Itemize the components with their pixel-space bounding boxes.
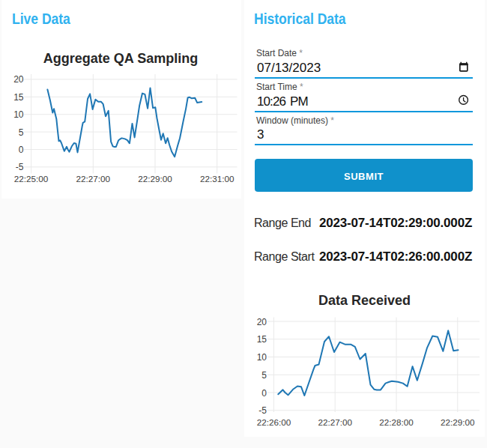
svg-text:20: 20 [13,74,24,85]
svg-text:-5: -5 [258,405,267,416]
svg-text:22:26:00: 22:26:00 [257,417,291,427]
svg-text:22:29:00: 22:29:00 [138,174,172,184]
svg-text:15: 15 [13,92,24,103]
svg-text:22:27:00: 22:27:00 [318,417,352,427]
svg-text:5: 5 [19,127,24,138]
svg-text:0: 0 [19,145,24,155]
svg-text:Data Received: Data Received [318,293,411,308]
svg-text:22:25:00: 22:25:00 [14,174,49,184]
svg-text:10: 10 [257,352,267,363]
svg-text:22:31:00: 22:31:00 [200,174,235,184]
svg-text:15: 15 [257,334,267,345]
svg-text:5: 5 [261,370,267,381]
svg-text:20: 20 [257,317,267,327]
svg-text:22:29:00: 22:29:00 [441,417,475,427]
svg-text:Aggregate QA Sampling: Aggregate QA Sampling [43,51,198,66]
svg-text:0: 0 [261,388,267,399]
svg-text:10: 10 [13,109,24,120]
svg-text:22:27:00: 22:27:00 [76,174,111,184]
svg-text:-5: -5 [16,162,24,172]
svg-text:22:28:00: 22:28:00 [379,417,414,427]
